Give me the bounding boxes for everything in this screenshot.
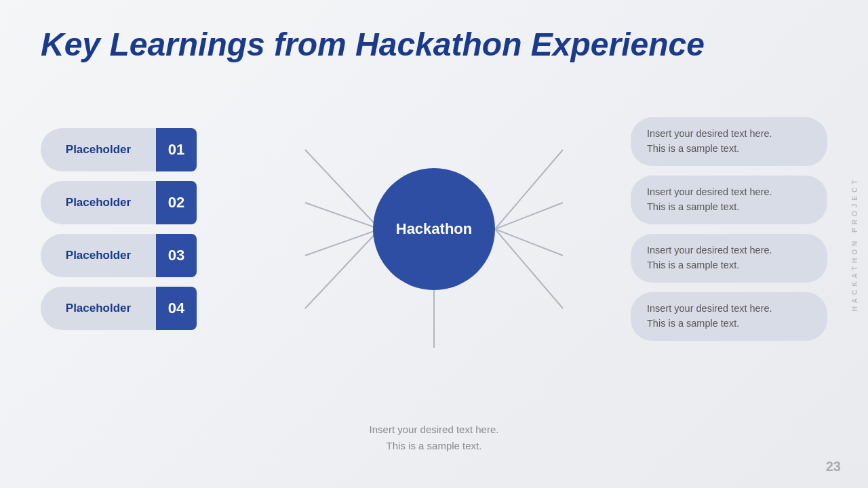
bottom-caption: Insert your desired text here. This is a… xyxy=(370,422,499,454)
right-text-1b: This is a sample text. xyxy=(647,142,811,157)
left-label-1: Placeholder xyxy=(41,128,156,171)
list-item: Insert your desired text here. This is a… xyxy=(631,117,827,166)
list-item: Placeholder 01 xyxy=(41,128,197,171)
right-text-2b: This is a sample text. xyxy=(647,200,811,215)
svg-line-5 xyxy=(495,203,563,229)
list-item: Placeholder 02 xyxy=(41,181,197,224)
left-items-container: Placeholder 01 Placeholder 02 Placeholde… xyxy=(41,128,197,330)
left-label-4: Placeholder xyxy=(41,287,156,330)
diagram-container: Placeholder 01 Placeholder 02 Placeholde… xyxy=(41,83,827,375)
svg-line-7 xyxy=(495,229,563,308)
svg-line-0 xyxy=(305,150,380,229)
svg-line-3 xyxy=(305,229,380,308)
left-label-2: Placeholder xyxy=(41,181,156,224)
right-items-container: Insert your desired text here. This is a… xyxy=(631,117,827,341)
right-text-1a: Insert your desired text here. xyxy=(647,127,811,142)
list-item: Insert your desired text here. This is a… xyxy=(631,234,827,283)
center-circle: Hackathon xyxy=(373,168,495,290)
right-text-3b: This is a sample text. xyxy=(647,258,811,273)
svg-line-2 xyxy=(305,229,380,256)
svg-line-4 xyxy=(495,150,563,229)
right-text-3a: Insert your desired text here. xyxy=(647,243,811,258)
bottom-line1: Insert your desired text here. xyxy=(370,422,499,438)
left-label-3: Placeholder xyxy=(41,234,156,277)
right-text-4b: This is a sample text. xyxy=(647,317,811,331)
bottom-line2: This is a sample text. xyxy=(370,438,499,454)
svg-line-6 xyxy=(495,229,563,256)
list-item: Placeholder 04 xyxy=(41,287,197,330)
side-watermark: HACKATHON PROJECT xyxy=(851,177,859,312)
left-number-2: 02 xyxy=(156,181,197,224)
page-number: 23 xyxy=(826,459,841,474)
left-number-4: 04 xyxy=(156,287,197,330)
slide: Key Learnings from Hackathon Experience … xyxy=(0,0,868,488)
page-title: Key Learnings from Hackathon Experience xyxy=(41,27,827,63)
left-number-3: 03 xyxy=(156,234,197,277)
right-text-4a: Insert your desired text here. xyxy=(647,302,811,317)
list-item: Insert your desired text here. This is a… xyxy=(631,292,827,341)
svg-line-1 xyxy=(305,203,380,229)
list-item: Placeholder 03 xyxy=(41,234,197,277)
right-text-2a: Insert your desired text here. xyxy=(647,185,811,200)
list-item: Insert your desired text here. This is a… xyxy=(631,176,827,224)
left-number-1: 01 xyxy=(156,128,197,171)
center-label: Hackathon xyxy=(396,220,472,238)
